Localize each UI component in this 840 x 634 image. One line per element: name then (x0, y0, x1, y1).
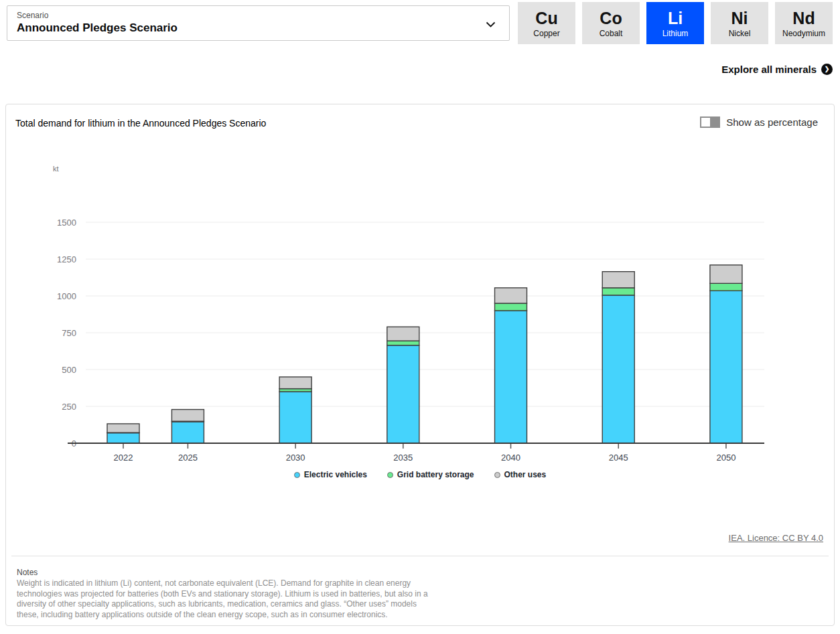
mineral-button-lithium[interactable]: LiLithium (646, 2, 704, 44)
bar-2040-other-uses[interactable] (495, 288, 527, 303)
bar-2050-other-uses[interactable] (710, 265, 742, 284)
chart-title: Total demand for lithium in the Announce… (15, 118, 266, 129)
x-axis-label-2035: 2035 (393, 453, 413, 463)
licence-link[interactable]: IEA. Licence: CC BY 4.0 (729, 533, 823, 543)
x-axis-label-2022: 2022 (114, 453, 133, 463)
notes-text: Weight is indicated in lithium (Li) cont… (17, 578, 430, 620)
bar-2022-other-uses[interactable] (107, 424, 139, 432)
mineral-name: Nickel (729, 29, 751, 38)
legend-dot (294, 472, 300, 478)
x-axis-label-2050: 2050 (716, 453, 736, 463)
legend-item-electric-vehicles[interactable]: Electric vehicles (294, 470, 367, 479)
notes-divider (11, 556, 829, 556)
mineral-name: Lithium (662, 29, 689, 38)
bar-2045-electric-vehicles[interactable] (602, 295, 634, 443)
y-tick-label: 500 (62, 365, 76, 375)
bar-2030-electric-vehicles[interactable] (279, 392, 311, 443)
explore-all-minerals-link[interactable]: Explore all minerals ❯ (721, 64, 833, 75)
chevron-down-icon (486, 21, 496, 27)
bar-2035-grid-battery-storage[interactable] (387, 341, 419, 345)
bar-2050-electric-vehicles[interactable] (710, 291, 742, 443)
explore-all-minerals-label: Explore all minerals (721, 64, 817, 75)
mineral-symbol: Ni (731, 9, 748, 28)
bar-2030-other-uses[interactable] (279, 377, 311, 389)
mineral-symbol: Nd (792, 9, 815, 28)
mineral-name: Cobalt (600, 29, 623, 38)
legend-item-grid-battery-storage[interactable]: Grid battery storage (387, 470, 474, 479)
legend-label: Grid battery storage (397, 470, 474, 479)
bar-2040-grid-battery-storage[interactable] (495, 303, 527, 311)
legend-label: Electric vehicles (304, 470, 367, 479)
arrow-right-circle-icon: ❯ (821, 64, 833, 75)
bar-2022-electric-vehicles[interactable] (107, 433, 139, 443)
mineral-button-cobalt[interactable]: CoCobalt (582, 2, 640, 44)
toggle-label: Show as percentage (726, 116, 818, 128)
y-tick-label: 250 (62, 402, 76, 412)
notes-heading: Notes (17, 568, 38, 577)
mineral-symbol: Cu (535, 9, 557, 28)
legend-dot (387, 472, 393, 478)
mineral-name: Neodymium (782, 29, 825, 38)
bar-2040-electric-vehicles[interactable] (495, 311, 527, 443)
y-tick-label: 1500 (57, 218, 76, 228)
bar-2035-other-uses[interactable] (387, 327, 419, 341)
bar-2035-electric-vehicles[interactable] (387, 345, 419, 443)
x-axis-label-2025: 2025 (178, 453, 198, 463)
bar-2025-other-uses[interactable] (171, 410, 204, 422)
mineral-name: Copper (533, 29, 559, 38)
y-tick-label: 1000 (57, 291, 76, 301)
scenario-dropdown[interactable]: Scenario Announced Pledges Scenario (7, 5, 510, 41)
x-axis-label-2045: 2045 (609, 453, 628, 463)
legend-dot (494, 472, 500, 478)
chart-legend: Electric vehiclesGrid battery storageOth… (6, 470, 834, 479)
mineral-button-copper[interactable]: CuCopper (518, 2, 575, 44)
chart-panel: Total demand for lithium in the Announce… (5, 104, 835, 626)
bar-2045-grid-battery-storage[interactable] (602, 288, 634, 295)
bar-2050-grid-battery-storage[interactable] (710, 283, 742, 291)
stacked-bar-chart: 0250500750100012501500202220252030203520… (6, 161, 835, 471)
legend-item-other-uses[interactable]: Other uses (494, 470, 547, 479)
mineral-button-nickel[interactable]: NiNickel (711, 2, 768, 44)
legend-label: Other uses (504, 470, 547, 479)
page: Scenario Announced Pledges Scenario CuCo… (0, 0, 840, 634)
toggle-knob (701, 118, 710, 127)
y-tick-label: 1250 (57, 254, 76, 264)
toggle-track[interactable] (700, 116, 720, 128)
x-axis-label-2040: 2040 (501, 453, 520, 463)
bar-2025-electric-vehicles[interactable] (171, 422, 204, 443)
scenario-dropdown-label: Scenario (17, 11, 48, 20)
mineral-symbol: Li (668, 9, 683, 28)
mineral-button-neodymium[interactable]: NdNeodymium (775, 2, 833, 44)
mineral-selector: CuCopperCoCobaltLiLithiumNiNickelNdNeody… (518, 2, 833, 44)
x-axis-label-2030: 2030 (286, 453, 305, 463)
y-tick-label: 750 (62, 328, 76, 338)
mineral-symbol: Co (600, 9, 622, 28)
bar-2045-other-uses[interactable] (602, 272, 634, 288)
scenario-dropdown-value: Announced Pledges Scenario (17, 21, 178, 35)
show-as-percentage-toggle[interactable]: Show as percentage (700, 116, 818, 128)
